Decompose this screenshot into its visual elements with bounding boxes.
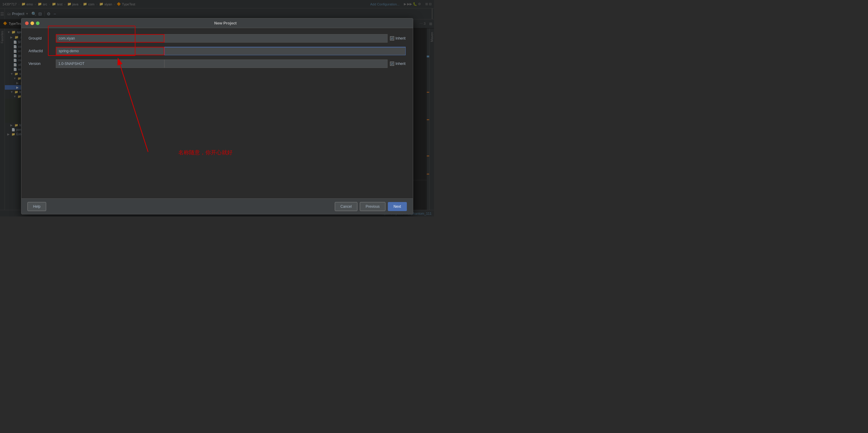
minimize-window-button[interactable] [30,22,34,25]
version-inherit-section: ✓ Inherit [390,62,405,66]
artifactid-label: ArtifactId [29,49,56,53]
modal-overlay: New Project GroupId ✓ Inherit ArtifactId [0,0,434,216]
groupid-input[interactable] [56,34,164,42]
maximize-window-button[interactable] [36,22,39,25]
artifactid-row: ArtifactId [29,47,406,55]
modal-title: New Project [42,21,409,25]
svg-line-1 [118,58,148,152]
next-button[interactable]: Next [388,202,407,211]
version-inherit-label: Inherit [395,62,405,66]
help-button[interactable]: Help [27,202,46,211]
traffic-lights [25,22,39,25]
modal-footer: Help Cancel Previous Next [22,198,413,214]
version-inherit-checkbox[interactable]: ✓ [390,62,394,66]
annotation-text: 名称随意，你开心就好 [178,149,232,156]
modal-title-bar: New Project [22,19,413,28]
close-window-button[interactable] [25,22,29,25]
previous-button[interactable]: Previous [360,202,385,211]
version-input[interactable] [56,59,164,68]
groupid-inherit-section: ✓ Inherit [390,36,405,40]
groupid-label: GroupId [29,36,56,40]
version-label: Version [29,62,56,66]
version-row: Version ✓ Inherit [29,59,406,68]
groupid-inherit-checkbox[interactable]: ✓ [390,36,394,40]
new-project-dialog: New Project GroupId ✓ Inherit ArtifactId [21,18,413,214]
footer-buttons-right: Cancel Previous Next [335,202,407,211]
modal-body: GroupId ✓ Inherit ArtifactId Version [22,28,413,198]
annotation-arrow [112,52,203,161]
artifactid-input[interactable] [56,47,164,55]
groupid-row: GroupId ✓ Inherit [29,34,406,42]
groupid-inherit-label: Inherit [395,36,405,40]
cancel-button[interactable]: Cancel [335,202,358,211]
